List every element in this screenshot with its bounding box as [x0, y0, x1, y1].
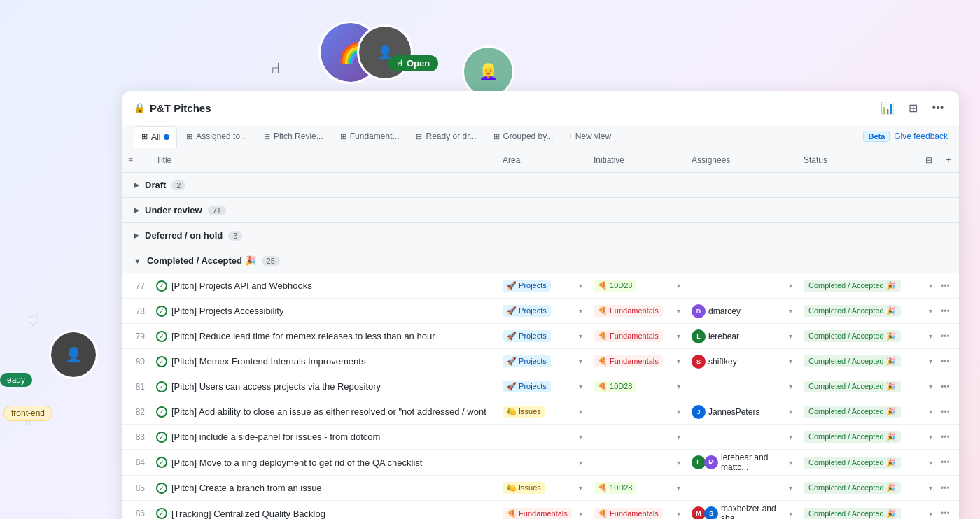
- group-completed[interactable]: ▼ Completed / Accepted 🎉 25: [122, 248, 959, 273]
- row-assignee-79[interactable]: L lerebear ▾: [686, 327, 798, 346]
- initiative-dropdown-80[interactable]: ▾: [677, 357, 680, 365]
- row-more-85[interactable]: •••: [938, 481, 959, 496]
- row-more-82[interactable]: •••: [938, 404, 959, 420]
- status-dropdown-84[interactable]: ▾: [929, 459, 932, 467]
- assignee-dropdown-79[interactable]: ▾: [789, 332, 792, 340]
- assignee-dropdown-82[interactable]: ▾: [789, 408, 792, 415]
- initiative-dropdown-78[interactable]: ▾: [677, 307, 680, 315]
- row-assignee-85[interactable]: ▾: [686, 481, 798, 495]
- row-status-83[interactable]: Completed / Accepted 🎉 ▾: [798, 428, 938, 446]
- row-more-86[interactable]: •••: [938, 506, 959, 519]
- row-assignee-80[interactable]: S shiftkey ▾: [686, 352, 798, 371]
- new-view-button[interactable]: + New view: [562, 127, 617, 145]
- area-dropdown-81[interactable]: ▾: [579, 383, 582, 390]
- row-initiative-85[interactable]: 🍕 10D28 ▾: [588, 479, 686, 497]
- row-status-81[interactable]: Completed / Accepted 🎉 ▾: [798, 378, 938, 395]
- status-dropdown-86[interactable]: ▾: [929, 510, 932, 518]
- row-more-84[interactable]: •••: [938, 455, 959, 470]
- more-options-btn[interactable]: •••: [928, 98, 948, 118]
- row-area-80[interactable]: 🚀 Projects ▾: [497, 353, 588, 370]
- row-title-81[interactable]: ✓ [Pitch] Users can access projects via …: [150, 378, 497, 395]
- area-dropdown-82[interactable]: ▾: [579, 408, 582, 415]
- initiative-dropdown-77[interactable]: ▾: [677, 282, 680, 290]
- chart-icon-btn[interactable]: 📊: [878, 98, 897, 118]
- area-dropdown-84[interactable]: ▾: [579, 459, 582, 467]
- row-title-82[interactable]: ✓ [Pitch] Add ability to close an issue …: [150, 404, 497, 420]
- status-dropdown-78[interactable]: ▾: [929, 307, 932, 315]
- row-initiative-77[interactable]: 🍕 10D28 ▾: [588, 277, 686, 294]
- row-area-84[interactable]: ▾: [497, 456, 588, 469]
- tab-grouped[interactable]: ⊞ Grouped by...: [486, 125, 561, 148]
- assignee-dropdown-77[interactable]: ▾: [789, 282, 792, 290]
- row-initiative-79[interactable]: 🍕 Fundamentals ▾: [588, 327, 686, 345]
- row-initiative-78[interactable]: 🍕 Fundamentals ▾: [588, 302, 686, 320]
- row-area-83[interactable]: ▾: [497, 430, 588, 443]
- row-title-78[interactable]: ✓ [Pitch] Projects Accessibility: [150, 303, 497, 320]
- row-area-82[interactable]: 🍋 Issues ▾: [497, 403, 588, 420]
- row-more-77[interactable]: •••: [938, 278, 959, 294]
- row-assignee-81[interactable]: ▾: [686, 380, 798, 393]
- assignee-dropdown-80[interactable]: ▾: [789, 357, 792, 365]
- area-dropdown-86[interactable]: ▾: [579, 510, 582, 518]
- status-dropdown-77[interactable]: ▾: [929, 282, 932, 290]
- row-area-79[interactable]: 🚀 Projects ▾: [497, 327, 588, 345]
- area-dropdown-77[interactable]: ▾: [579, 282, 582, 290]
- tab-all[interactable]: ⊞ All: [134, 126, 177, 148]
- row-status-86[interactable]: Completed / Accepted 🎉 ▾: [798, 505, 938, 520]
- row-initiative-80[interactable]: 🍕 Fundamentals ▾: [588, 353, 686, 370]
- row-status-78[interactable]: Completed / Accepted 🎉 ▾: [798, 302, 938, 320]
- group-deferred[interactable]: ▶ Deferred / on hold 3: [122, 223, 959, 248]
- row-assignee-84[interactable]: L M lerebear and mattc... ▾: [686, 450, 798, 475]
- tab-assigned[interactable]: ⊞ Assigned to...: [178, 125, 255, 148]
- initiative-dropdown-84[interactable]: ▾: [677, 459, 680, 467]
- row-more-78[interactable]: •••: [938, 304, 959, 319]
- row-initiative-82[interactable]: ▾: [588, 405, 686, 418]
- row-initiative-81[interactable]: 🍕 10D28 ▾: [588, 378, 686, 395]
- assignee-dropdown-85[interactable]: ▾: [789, 484, 792, 492]
- assignee-dropdown-83[interactable]: ▾: [789, 433, 792, 441]
- row-title-86[interactable]: ✓ [Tracking] Centralized Quality Backlog: [150, 505, 497, 519]
- area-dropdown-78[interactable]: ▾: [579, 307, 582, 315]
- initiative-dropdown-83[interactable]: ▾: [677, 433, 680, 441]
- row-status-77[interactable]: Completed / Accepted 🎉 ▾: [798, 277, 938, 294]
- assignee-dropdown-86[interactable]: ▾: [789, 510, 792, 518]
- tab-pitch-review[interactable]: ⊞ Pitch Revie...: [256, 125, 331, 148]
- row-assignee-78[interactable]: D dmarcey ▾: [686, 301, 798, 321]
- row-status-85[interactable]: Completed / Accepted 🎉 ▾: [798, 479, 938, 497]
- row-area-86[interactable]: 🍕 Fundamentals ▾: [497, 505, 588, 520]
- row-title-79[interactable]: ✓ [Pitch] Reduce lead time for memex rel…: [150, 328, 497, 345]
- add-column-btn[interactable]: +: [938, 152, 959, 168]
- group-draft[interactable]: ▶ Draft 2: [122, 173, 959, 198]
- area-dropdown-79[interactable]: ▾: [579, 332, 582, 340]
- status-dropdown-85[interactable]: ▾: [929, 484, 932, 492]
- row-title-85[interactable]: ✓ [Pitch] Create a branch from an issue: [150, 480, 497, 497]
- row-more-80[interactable]: •••: [938, 354, 959, 369]
- tab-fundamentals[interactable]: ⊞ Fundament...: [332, 125, 407, 148]
- row-assignee-86[interactable]: M S maxbeizer and sha... ▾: [686, 501, 798, 519]
- row-initiative-86[interactable]: 🍕 Fundamentals ▾: [588, 505, 686, 520]
- row-title-80[interactable]: ✓ [Pitch] Memex Frontend Internals Impro…: [150, 353, 497, 370]
- row-assignee-77[interactable]: ▾: [686, 279, 798, 292]
- initiative-dropdown-82[interactable]: ▾: [677, 408, 680, 415]
- initiative-dropdown-86[interactable]: ▾: [677, 510, 680, 518]
- row-initiative-83[interactable]: ▾: [588, 430, 686, 443]
- row-assignee-83[interactable]: ▾: [686, 430, 798, 443]
- row-title-83[interactable]: ✓ [Pitch] include a side-panel for issue…: [150, 429, 497, 446]
- row-more-83[interactable]: •••: [938, 429, 959, 445]
- area-dropdown-85[interactable]: ▾: [579, 484, 582, 492]
- status-dropdown-83[interactable]: ▾: [929, 433, 932, 441]
- group-under-review[interactable]: ▶ Under review 71: [122, 198, 959, 223]
- row-area-78[interactable]: 🚀 Projects ▾: [497, 302, 588, 320]
- row-more-81[interactable]: •••: [938, 379, 959, 394]
- row-title-84[interactable]: ✓ [Pitch] Move to a ring deployment to g…: [150, 454, 497, 471]
- row-area-85[interactable]: 🍋 Issues ▾: [497, 479, 588, 497]
- assignee-dropdown-78[interactable]: ▾: [789, 307, 792, 315]
- row-initiative-84[interactable]: ▾: [588, 456, 686, 469]
- row-status-82[interactable]: Completed / Accepted 🎉 ▾: [798, 403, 938, 420]
- row-area-77[interactable]: 🚀 Projects ▾: [497, 277, 588, 294]
- status-dropdown-81[interactable]: ▾: [929, 383, 932, 390]
- layout-icon-btn[interactable]: ⊞: [903, 98, 923, 118]
- area-dropdown-80[interactable]: ▾: [579, 357, 582, 365]
- initiative-dropdown-79[interactable]: ▾: [677, 332, 680, 340]
- assignee-dropdown-84[interactable]: ▾: [789, 459, 792, 467]
